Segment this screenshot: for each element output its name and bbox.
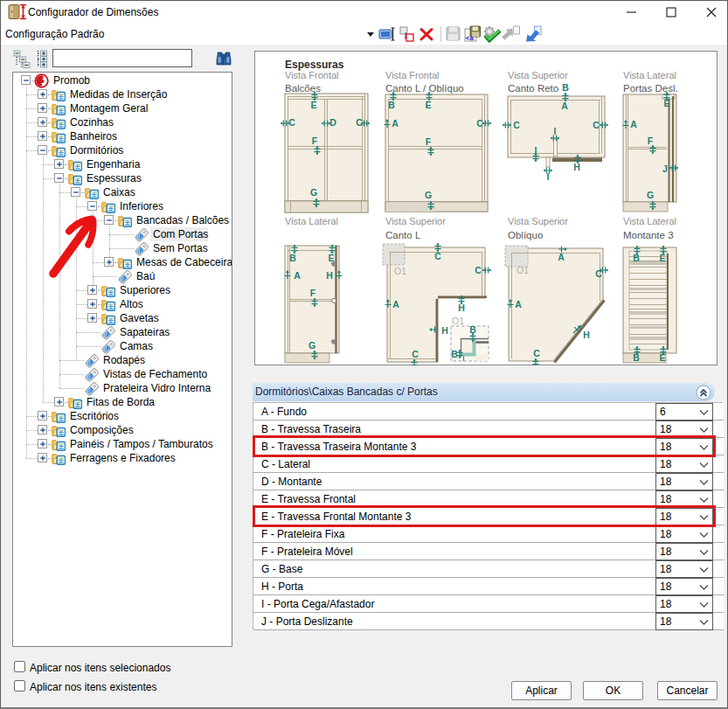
svg-text:C: C bbox=[593, 120, 600, 130]
svg-text:Vista Lateral: Vista Lateral bbox=[623, 216, 676, 226]
svg-text:F: F bbox=[312, 136, 318, 146]
svg-text:C: C bbox=[434, 251, 441, 261]
svg-text:E: E bbox=[328, 253, 334, 263]
svg-text:E: E bbox=[425, 100, 431, 110]
svg-text:H: H bbox=[573, 162, 580, 172]
svg-text:B: B bbox=[633, 253, 640, 263]
svg-text:Vista Superior: Vista Superior bbox=[385, 216, 446, 226]
svg-text:G: G bbox=[425, 190, 432, 200]
svg-text:H: H bbox=[441, 325, 448, 336]
svg-text:J: J bbox=[662, 163, 668, 174]
svg-text:A: A bbox=[392, 118, 399, 129]
svg-text:A: A bbox=[294, 270, 301, 281]
svg-text:G: G bbox=[647, 190, 654, 200]
svg-text:Vista Lateral: Vista Lateral bbox=[623, 70, 676, 80]
svg-text:Vista Superior: Vista Superior bbox=[508, 216, 568, 226]
svg-text:C: C bbox=[412, 349, 419, 359]
svg-text:C: C bbox=[475, 265, 482, 275]
svg-text:Oblíquo: Oblíquo bbox=[508, 230, 543, 240]
svg-text:A: A bbox=[515, 299, 522, 309]
svg-text:Montante 3: Montante 3 bbox=[623, 230, 674, 240]
svg-text:B: B bbox=[562, 82, 569, 93]
svg-text:O1: O1 bbox=[517, 265, 529, 275]
svg-text:G: G bbox=[309, 340, 315, 351]
svg-text:O1: O1 bbox=[394, 266, 406, 276]
svg-text:Vista Frontal: Vista Frontal bbox=[285, 70, 339, 80]
svg-text:E: E bbox=[659, 253, 665, 263]
svg-text:A: A bbox=[630, 119, 637, 129]
svg-text:Balcões: Balcões bbox=[285, 83, 321, 94]
svg-text:Vista Lateral: Vista Lateral bbox=[285, 216, 338, 226]
svg-text:I: I bbox=[554, 126, 557, 136]
svg-text:I: I bbox=[547, 171, 550, 182]
svg-text:Vista Frontal: Vista Frontal bbox=[385, 70, 440, 80]
svg-text:Portas Desl.: Portas Desl. bbox=[623, 83, 678, 94]
svg-text:H: H bbox=[326, 270, 333, 281]
svg-text:B: B bbox=[289, 253, 296, 263]
svg-text:Canto Reto: Canto Reto bbox=[508, 83, 558, 94]
svg-text:F: F bbox=[648, 136, 654, 146]
svg-text:F: F bbox=[310, 288, 316, 298]
svg-text:G: G bbox=[310, 187, 317, 198]
svg-text:A: A bbox=[558, 252, 565, 262]
svg-text:A: A bbox=[561, 101, 568, 111]
svg-text:A: A bbox=[392, 299, 399, 309]
svg-text:Espessuras: Espessuras bbox=[285, 59, 344, 71]
svg-text:Canto L / Oblíquo: Canto L / Oblíquo bbox=[385, 83, 464, 94]
svg-text:F: F bbox=[426, 136, 432, 147]
svg-text:B: B bbox=[388, 100, 395, 110]
svg-text:C: C bbox=[513, 120, 520, 130]
svg-text:H: H bbox=[583, 330, 590, 340]
svg-text:Canto L: Canto L bbox=[385, 230, 421, 240]
svg-text:C: C bbox=[288, 117, 295, 128]
svg-text:Vista Superior: Vista Superior bbox=[508, 70, 568, 80]
svg-text:O1: O1 bbox=[452, 316, 464, 326]
svg-text:E: E bbox=[310, 100, 316, 110]
svg-text:B: B bbox=[451, 349, 458, 359]
svg-text:C: C bbox=[533, 348, 540, 358]
svg-text:D: D bbox=[329, 117, 336, 128]
